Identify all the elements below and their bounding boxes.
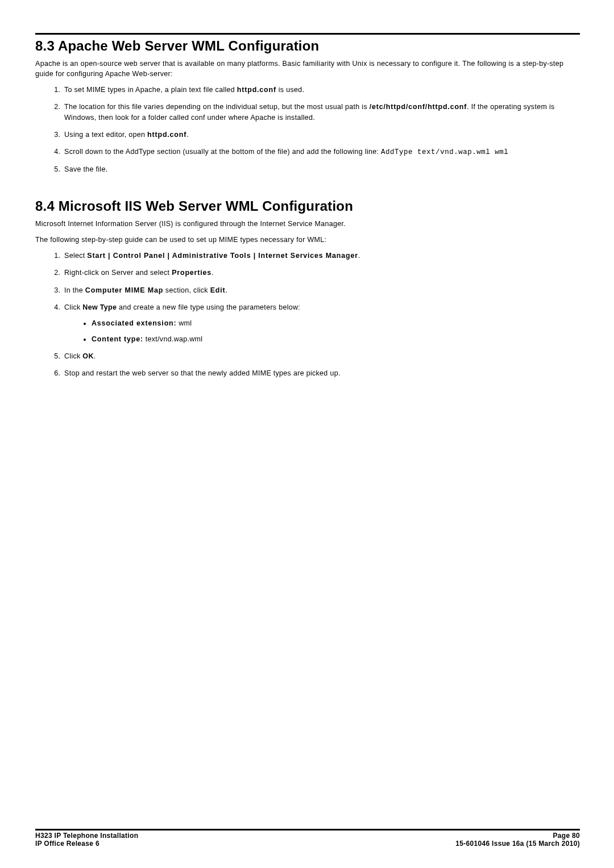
section-84-list: Select Start | Control Panel | Administr…: [35, 251, 580, 378]
text: Select: [64, 252, 87, 260]
text: Using a text editor, open: [64, 131, 147, 139]
text: Save the file.: [64, 165, 107, 173]
text: wml: [176, 319, 192, 327]
text: Stop and restart the web server so that …: [64, 369, 341, 377]
text: In the: [64, 286, 85, 294]
bold-text: /etc/httpd/conf/httpd.conf: [370, 103, 467, 111]
text: Click: [64, 303, 82, 311]
footer-row-2: IP Office Release 6 15-601046 Issue 16a …: [35, 840, 580, 848]
text: .: [94, 352, 96, 360]
section-83-title: 8.3 Apache Web Server WML Configuration: [35, 38, 580, 54]
text: section, click: [163, 286, 210, 294]
code-text: AddType text/vnd.wap.wml wml: [381, 148, 508, 156]
list-item: Click New Type and create a new file typ…: [63, 302, 580, 344]
footer-right-2: 15-601046 Issue 16a (15 March 2010): [455, 840, 580, 848]
list-item: The location for this file varies depend…: [63, 102, 580, 122]
bold-text: OK: [82, 352, 93, 360]
bullet-item: Associated extension: wml: [92, 318, 580, 328]
bold-text: httpd.conf: [237, 86, 276, 94]
text: .: [226, 286, 228, 294]
text: text/vnd.wap.wml: [143, 335, 202, 343]
bullet-list: Associated extension: wml Content type: …: [64, 318, 580, 344]
list-item: Select Start | Control Panel | Administr…: [63, 251, 580, 261]
text: .: [186, 131, 189, 139]
text: .: [358, 252, 360, 260]
bullet-item: Content type: text/vnd.wap.wml: [92, 334, 580, 344]
bold-text: Content type:: [92, 335, 143, 343]
list-item: Stop and restart the web server so that …: [63, 368, 580, 378]
section-83-list: To set MIME types in Apache, a plain tex…: [35, 85, 580, 174]
list-item: To set MIME types in Apache, a plain tex…: [63, 85, 580, 95]
bold-text: New Type: [82, 303, 117, 311]
text: is used.: [276, 86, 304, 94]
text: To set MIME types in Apache, a plain tex…: [64, 86, 237, 94]
bold-text: Properties: [172, 269, 211, 277]
list-item: In the Computer MIME Map section, click …: [63, 285, 580, 295]
bold-text: Associated extension:: [92, 319, 176, 327]
list-item: Save the file.: [63, 164, 580, 174]
bold-text: Edit: [210, 286, 226, 294]
section-84-title: 8.4 Microsoft IIS Web Server WML Configu…: [35, 198, 580, 214]
top-rule: [35, 33, 580, 35]
list-item: Right-click on Server and select Propert…: [63, 268, 580, 278]
list-item: Scroll down to the AddType section (usua…: [63, 147, 580, 157]
list-item: Using a text editor, open httpd.conf.: [63, 130, 580, 140]
text: Right-click on Server and select: [64, 269, 172, 277]
bold-text: Computer MIME Map: [85, 286, 163, 294]
section-83-intro: Apache is an open-source web server that…: [35, 59, 580, 79]
text: and create a new file type using the par…: [117, 303, 300, 311]
footer-row-1: H323 IP Telephone Installation Page 80: [35, 832, 580, 840]
footer-rule: [35, 829, 580, 831]
list-item: Click OK.: [63, 351, 580, 361]
section-84-intro1: Microsoft Internet Information Server (I…: [35, 219, 580, 229]
text: .: [211, 269, 214, 277]
footer-left-2: IP Office Release 6: [35, 840, 99, 848]
page-footer: H323 IP Telephone Installation Page 80 I…: [35, 829, 580, 848]
section-84-intro2: The following step-by-step guide can be …: [35, 235, 580, 245]
text: Scroll down to the AddType section (usua…: [64, 148, 381, 156]
footer-right-1: Page 80: [553, 832, 580, 840]
bold-text: Start | Control Panel | Administrative T…: [87, 252, 358, 260]
text: Click: [64, 352, 82, 360]
bold-text: httpd.conf: [147, 131, 186, 139]
footer-left-1: H323 IP Telephone Installation: [35, 832, 138, 840]
text: The location for this file varies depend…: [64, 103, 370, 111]
